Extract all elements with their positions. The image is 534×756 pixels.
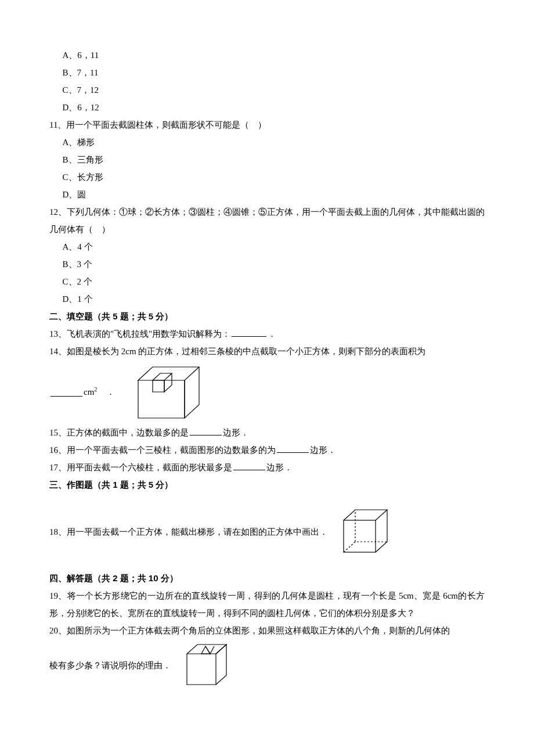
option-d: D、6，12: [49, 99, 485, 116]
q14-unit: cm2 ．: [84, 383, 115, 401]
question-19: 19、将一个长方形绕它的一边所在的直线旋转一周，得到的几何体是圆柱，现有一个长是…: [49, 587, 485, 622]
q11-option-a: A、梯形: [49, 134, 485, 151]
question-11: 11、用一个平面去截圆柱体，则截面形状不可能是（ ）: [49, 116, 485, 134]
q12-option-a: A、4 个: [49, 238, 485, 255]
q15-post: 边形．: [223, 428, 249, 437]
q18-text: 18、用一平面去截一个正方体，能截出梯形，请在如图的正方体中画出．: [49, 523, 328, 541]
q14-blank: [50, 387, 82, 397]
option-c: C、7，12: [49, 81, 485, 99]
q16-pre: 16、用一个平面去截一个三棱柱，截面图形的边数最多的为: [49, 445, 276, 455]
q13-pre: 13、飞机表演的"飞机拉线"用数学知识解释为：: [49, 329, 230, 339]
q13-blank: [232, 327, 266, 337]
question-18: 18、用一平面去截一个正方体，能截出梯形，请在如图的正方体中画出．: [49, 504, 485, 559]
question-12: 12、下列几何体：①球；②长方体；③圆柱；④圆锥；⑤正方体，用一个平面去截上面的…: [49, 203, 485, 238]
q15-blank: [190, 426, 222, 435]
q15-pre: 15、正方体的截面中，边数最多的是: [49, 428, 189, 437]
section-4-header: 四、解答题（共 2 题；共 10 分）: [49, 570, 485, 587]
svg-rect-0: [344, 520, 376, 552]
cube-wireframe-icon: [337, 504, 392, 559]
question-20-line1: 20、如图所示为一个正方体截去两个角后的立体图形，如果照这样截取正方体的八个角，…: [49, 622, 485, 639]
option-a: A、6，11: [49, 46, 485, 64]
question-17: 17、用平面去截一个六棱柱，截面的形状最多是边形．: [49, 459, 485, 476]
q12-option-c: C、2 个: [49, 273, 485, 290]
question-13: 13、飞机表演的"飞机拉线"用数学知识解释为：．: [49, 325, 485, 343]
q11-option-c: C、长方形: [49, 168, 485, 186]
q17-blank: [233, 461, 265, 470]
option-b: B、7，11: [49, 64, 485, 81]
q11-option-d: D、圆: [49, 186, 485, 203]
q17-post: 边形．: [266, 463, 293, 472]
section-3-header: 三、作图题（共 1 题；共 5 分）: [49, 476, 485, 494]
q12-option-b: B、3 个: [49, 255, 485, 273]
q16-post: 边形．: [310, 445, 336, 455]
question-15: 15、正方体的截面中，边数最多的是边形．: [49, 424, 485, 441]
question-14-line1: 14、如图是棱长为 2cm 的正方体，过相邻三条棱的中点截取一个小正方体，则剩下…: [49, 343, 485, 360]
question-14-line2: cm2 ．: [49, 360, 485, 424]
q17-pre: 17、用平面去截一个六棱柱，截面的形状最多是: [49, 463, 232, 472]
q11-option-b: B、三角形: [49, 151, 485, 168]
question-20-line2: 棱有多少条？请说明你的理由．: [49, 639, 485, 692]
q13-post: ．: [268, 329, 276, 339]
q20-line2-text: 棱有多少条？请说明你的理由．: [49, 657, 171, 674]
section-2-header: 二、填空题（共 5 题；共 5 分）: [49, 308, 485, 325]
q16-blank: [277, 444, 309, 453]
cube-cutout-icon: [121, 360, 214, 424]
cube-cut-corners-icon: [178, 639, 233, 692]
question-16: 16、用一个平面去截一个三棱柱，截面图形的边数最多的为边形．: [49, 441, 485, 459]
q12-option-d: D、1 个: [49, 290, 485, 308]
